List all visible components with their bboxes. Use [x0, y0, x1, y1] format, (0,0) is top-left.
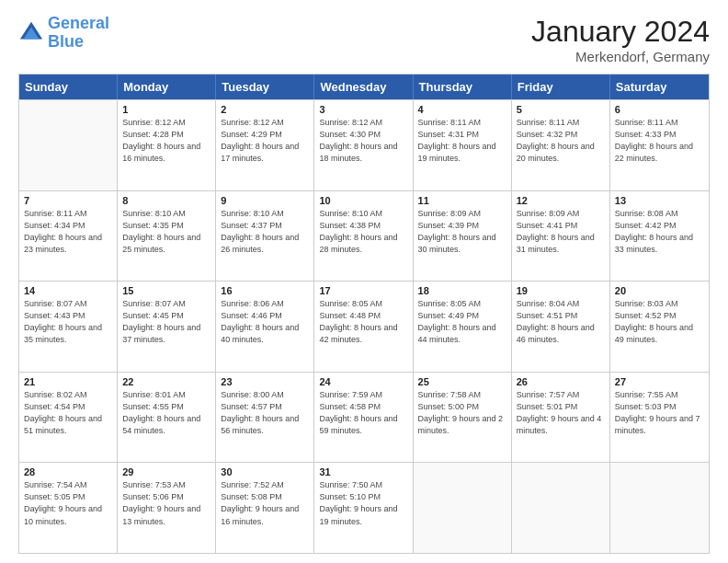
calendar-cell: 30Sunrise: 7:52 AMSunset: 5:08 PMDayligh…	[216, 463, 314, 553]
logo-text: General Blue	[48, 15, 109, 52]
day-number: 11	[418, 195, 506, 206]
logo-icon	[18, 20, 44, 46]
day-number: 21	[24, 376, 112, 387]
calendar-cell: 25Sunrise: 7:58 AMSunset: 5:00 PMDayligh…	[414, 373, 512, 463]
calendar-cell: 1Sunrise: 8:12 AMSunset: 4:28 PMDaylight…	[118, 100, 216, 190]
day-info: Sunrise: 8:12 AMSunset: 4:29 PMDaylight:…	[221, 117, 309, 165]
calendar-cell: 27Sunrise: 7:55 AMSunset: 5:03 PMDayligh…	[610, 373, 709, 463]
weekday-header: Tuesday	[216, 75, 314, 99]
day-info: Sunrise: 8:02 AMSunset: 4:54 PMDaylight:…	[24, 389, 112, 437]
calendar-cell: 7Sunrise: 8:11 AMSunset: 4:34 PMDaylight…	[19, 191, 118, 282]
day-number: 24	[319, 376, 407, 387]
day-number: 2	[221, 104, 309, 115]
calendar-cell: 17Sunrise: 8:05 AMSunset: 4:48 PMDayligh…	[314, 282, 413, 372]
day-number: 10	[319, 195, 407, 206]
calendar-header: SundayMondayTuesdayWednesdayThursdayFrid…	[19, 75, 709, 99]
day-info: Sunrise: 8:09 AMSunset: 4:41 PMDaylight:…	[517, 208, 605, 256]
day-number: 23	[221, 376, 309, 387]
day-info: Sunrise: 7:58 AMSunset: 5:00 PMDaylight:…	[418, 389, 506, 437]
page: General Blue January 2024 Merkendorf, Ge…	[0, 0, 728, 563]
day-info: Sunrise: 8:10 AMSunset: 4:38 PMDaylight:…	[319, 208, 407, 256]
day-info: Sunrise: 7:53 AMSunset: 5:06 PMDaylight:…	[122, 479, 210, 527]
logo: General Blue	[18, 15, 109, 52]
calendar-body: 1Sunrise: 8:12 AMSunset: 4:28 PMDaylight…	[19, 99, 709, 553]
day-info: Sunrise: 7:57 AMSunset: 5:01 PMDaylight:…	[517, 389, 605, 437]
weekday-header: Monday	[118, 75, 216, 99]
day-info: Sunrise: 7:54 AMSunset: 5:05 PMDaylight:…	[24, 479, 112, 527]
day-number: 5	[517, 104, 605, 115]
calendar-row: 28Sunrise: 7:54 AMSunset: 5:05 PMDayligh…	[19, 462, 709, 553]
day-info: Sunrise: 8:08 AMSunset: 4:42 PMDaylight:…	[615, 208, 704, 256]
calendar-cell: 28Sunrise: 7:54 AMSunset: 5:05 PMDayligh…	[19, 463, 118, 553]
day-number: 13	[615, 195, 704, 206]
day-number: 16	[221, 285, 309, 296]
day-number: 12	[517, 195, 605, 206]
day-info: Sunrise: 8:07 AMSunset: 4:45 PMDaylight:…	[122, 298, 210, 346]
day-info: Sunrise: 8:05 AMSunset: 4:48 PMDaylight:…	[319, 298, 407, 346]
main-title: January 2024	[531, 15, 710, 49]
weekday-header: Friday	[512, 75, 610, 99]
calendar-cell: 10Sunrise: 8:10 AMSunset: 4:38 PMDayligh…	[314, 191, 413, 282]
day-info: Sunrise: 7:52 AMSunset: 5:08 PMDaylight:…	[221, 479, 309, 527]
subtitle: Merkendorf, Germany	[531, 49, 710, 64]
day-info: Sunrise: 8:10 AMSunset: 4:37 PMDaylight:…	[221, 208, 309, 256]
day-number: 30	[221, 466, 309, 477]
day-info: Sunrise: 8:00 AMSunset: 4:57 PMDaylight:…	[221, 389, 309, 437]
calendar-cell: 4Sunrise: 8:11 AMSunset: 4:31 PMDaylight…	[414, 100, 512, 190]
calendar-cell: 22Sunrise: 8:01 AMSunset: 4:55 PMDayligh…	[118, 373, 216, 463]
day-number: 20	[615, 285, 704, 296]
calendar-cell: 14Sunrise: 8:07 AMSunset: 4:43 PMDayligh…	[19, 282, 118, 372]
calendar-cell: 23Sunrise: 8:00 AMSunset: 4:57 PMDayligh…	[216, 373, 314, 463]
day-info: Sunrise: 8:11 AMSunset: 4:34 PMDaylight:…	[24, 208, 112, 256]
day-number: 28	[24, 466, 112, 477]
calendar-row: 1Sunrise: 8:12 AMSunset: 4:28 PMDaylight…	[19, 99, 709, 190]
weekday-header: Wednesday	[314, 75, 413, 99]
day-info: Sunrise: 8:03 AMSunset: 4:52 PMDaylight:…	[615, 298, 704, 346]
title-block: January 2024 Merkendorf, Germany	[531, 15, 710, 64]
day-info: Sunrise: 8:07 AMSunset: 4:43 PMDaylight:…	[24, 298, 112, 346]
day-number: 22	[122, 376, 210, 387]
day-number: 1	[122, 104, 210, 115]
day-number: 27	[615, 376, 704, 387]
day-info: Sunrise: 8:11 AMSunset: 4:31 PMDaylight:…	[418, 117, 506, 165]
calendar-cell: 20Sunrise: 8:03 AMSunset: 4:52 PMDayligh…	[610, 282, 709, 372]
calendar-cell: 26Sunrise: 7:57 AMSunset: 5:01 PMDayligh…	[512, 373, 610, 463]
calendar-cell: 5Sunrise: 8:11 AMSunset: 4:32 PMDaylight…	[512, 100, 610, 190]
calendar-cell: 24Sunrise: 7:59 AMSunset: 4:58 PMDayligh…	[314, 373, 413, 463]
calendar: SundayMondayTuesdayWednesdayThursdayFrid…	[18, 74, 710, 554]
calendar-cell: 13Sunrise: 8:08 AMSunset: 4:42 PMDayligh…	[610, 191, 709, 282]
calendar-cell	[19, 100, 118, 190]
calendar-cell: 6Sunrise: 8:11 AMSunset: 4:33 PMDaylight…	[610, 100, 709, 190]
day-number: 3	[319, 104, 407, 115]
day-number: 31	[319, 466, 407, 477]
day-info: Sunrise: 7:59 AMSunset: 4:58 PMDaylight:…	[319, 389, 407, 437]
calendar-cell: 11Sunrise: 8:09 AMSunset: 4:39 PMDayligh…	[414, 191, 512, 282]
calendar-cell	[610, 463, 709, 553]
day-number: 25	[418, 376, 506, 387]
day-info: Sunrise: 8:12 AMSunset: 4:30 PMDaylight:…	[319, 117, 407, 165]
calendar-row: 14Sunrise: 8:07 AMSunset: 4:43 PMDayligh…	[19, 281, 709, 372]
calendar-cell	[512, 463, 610, 553]
calendar-cell: 15Sunrise: 8:07 AMSunset: 4:45 PMDayligh…	[118, 282, 216, 372]
day-number: 6	[615, 104, 704, 115]
weekday-header: Thursday	[414, 75, 512, 99]
day-info: Sunrise: 8:12 AMSunset: 4:28 PMDaylight:…	[122, 117, 210, 165]
day-number: 19	[517, 285, 605, 296]
calendar-row: 7Sunrise: 8:11 AMSunset: 4:34 PMDaylight…	[19, 190, 709, 282]
day-info: Sunrise: 8:09 AMSunset: 4:39 PMDaylight:…	[418, 208, 506, 256]
calendar-row: 21Sunrise: 8:02 AMSunset: 4:54 PMDayligh…	[19, 372, 709, 463]
calendar-cell: 16Sunrise: 8:06 AMSunset: 4:46 PMDayligh…	[216, 282, 314, 372]
day-info: Sunrise: 8:11 AMSunset: 4:33 PMDaylight:…	[615, 117, 704, 165]
calendar-cell: 29Sunrise: 7:53 AMSunset: 5:06 PMDayligh…	[118, 463, 216, 553]
day-info: Sunrise: 8:10 AMSunset: 4:35 PMDaylight:…	[122, 208, 210, 256]
day-number: 15	[122, 285, 210, 296]
day-number: 18	[418, 285, 506, 296]
calendar-cell: 12Sunrise: 8:09 AMSunset: 4:41 PMDayligh…	[512, 191, 610, 282]
day-number: 7	[24, 195, 112, 206]
day-number: 8	[122, 195, 210, 206]
calendar-cell: 3Sunrise: 8:12 AMSunset: 4:30 PMDaylight…	[314, 100, 413, 190]
calendar-cell: 31Sunrise: 7:50 AMSunset: 5:10 PMDayligh…	[314, 463, 413, 553]
calendar-cell: 2Sunrise: 8:12 AMSunset: 4:29 PMDaylight…	[216, 100, 314, 190]
day-info: Sunrise: 8:11 AMSunset: 4:32 PMDaylight:…	[517, 117, 605, 165]
header: General Blue January 2024 Merkendorf, Ge…	[18, 15, 710, 64]
